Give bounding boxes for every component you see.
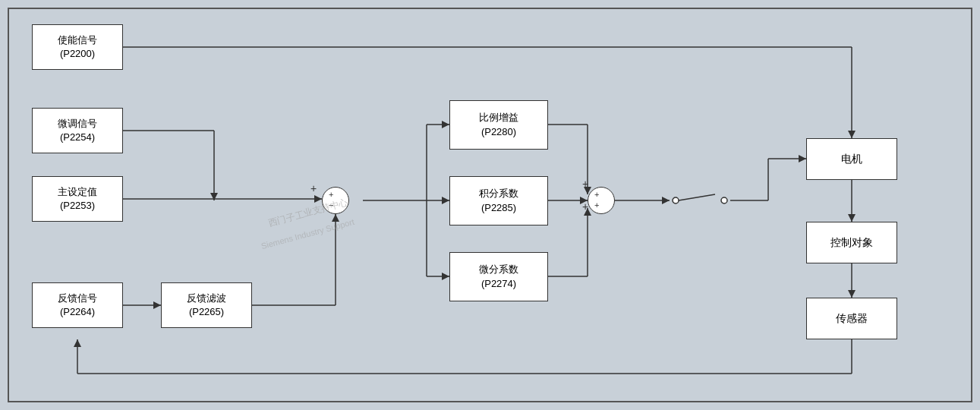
svg-point-47 bbox=[673, 197, 679, 203]
svg-marker-10 bbox=[442, 121, 449, 128]
svg-point-48 bbox=[721, 197, 727, 203]
svg-marker-31 bbox=[848, 214, 856, 222]
svg-text:+: + bbox=[594, 190, 599, 199]
sensor-box: 传感器 bbox=[806, 298, 897, 339]
motor-box: 电机 bbox=[806, 138, 897, 180]
svg-text:+: + bbox=[594, 200, 599, 210]
svg-marker-12 bbox=[442, 197, 449, 204]
plus-label-circle2b: + bbox=[582, 200, 588, 213]
switch-symbol bbox=[670, 187, 730, 214]
svg-text:−: − bbox=[329, 200, 333, 210]
feedback-signal-box: 反馈信号 (P2264) bbox=[32, 282, 123, 328]
enable-signal-box: 使能信号 (P2200) bbox=[32, 24, 123, 70]
svg-marker-2 bbox=[848, 131, 856, 138]
svg-marker-25 bbox=[662, 197, 670, 204]
svg-marker-33 bbox=[848, 290, 856, 298]
svg-marker-42 bbox=[332, 214, 339, 222]
sum-circle-1-svg: + − bbox=[323, 187, 348, 214]
svg-line-49 bbox=[679, 194, 715, 200]
sum-circle-2-svg: + + bbox=[588, 187, 614, 214]
control-object-box: 控制对象 bbox=[806, 222, 897, 263]
feedback-filter-box: 反馈滤波 (P2265) bbox=[161, 282, 252, 328]
svg-marker-37 bbox=[74, 339, 81, 347]
sum-circle-1: + − bbox=[322, 187, 349, 214]
switch-svg bbox=[670, 187, 730, 214]
svg-marker-7 bbox=[314, 195, 322, 203]
fine-tune-box: 微调信号 (P2254) bbox=[32, 108, 123, 153]
diagram-container: 使能信号 (P2200) 微调信号 (P2254) 主设定值 (P2253) 反… bbox=[8, 8, 972, 402]
svg-marker-29 bbox=[799, 155, 806, 162]
integral-box: 积分系数 (P2285) bbox=[449, 176, 548, 226]
svg-marker-39 bbox=[153, 301, 161, 309]
plus-label-circle2: + bbox=[582, 178, 588, 190]
svg-text:+: + bbox=[329, 190, 333, 199]
sum-circle-2: + + bbox=[588, 187, 615, 214]
watermark-2: Siemens Industry Support bbox=[260, 217, 355, 251]
svg-marker-14 bbox=[442, 273, 449, 280]
prop-gain-box: 比例增益 (P2280) bbox=[449, 100, 548, 150]
plus-label-circle1: + bbox=[310, 182, 317, 194]
svg-marker-5 bbox=[210, 193, 218, 200]
derivative-box: 微分系数 (P2274) bbox=[449, 252, 548, 301]
main-setpoint-box: 主设定值 (P2253) bbox=[32, 176, 123, 222]
